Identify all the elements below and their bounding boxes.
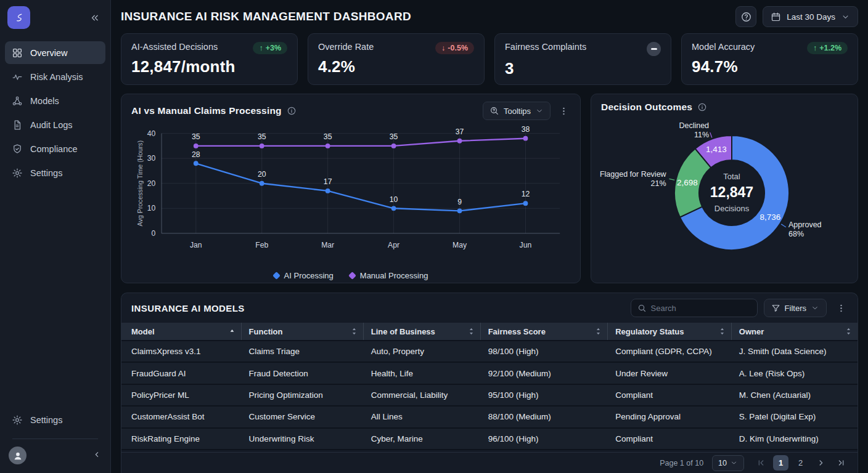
svg-text:8,736: 8,736 [760, 212, 781, 222]
trend-badge: ↑+1.2% [807, 42, 848, 54]
table-cell: Under Review [608, 363, 732, 383]
sidebar-footer [5, 447, 105, 466]
kpi-label: Model Accuracy [692, 42, 755, 52]
sidebar-item-settings[interactable]: Settings [5, 161, 105, 184]
network-icon [12, 95, 23, 107]
gear-icon [12, 168, 23, 179]
sort-icon [596, 327, 601, 336]
table-row[interactable]: PolicyPricer MLPricing OptimizationComme… [121, 385, 858, 406]
table-cell: Compliant [608, 429, 732, 449]
svg-text:Apr: Apr [388, 241, 399, 249]
help-button[interactable] [735, 6, 756, 27]
line-chart-title-wrap: AI vs Manual Claims Processing [131, 105, 297, 116]
column-header-function[interactable]: Function [242, 323, 364, 340]
donut-chart-title-wrap: Decision Outcomes [601, 102, 707, 113]
column-header-regulatory-status[interactable]: Regulatory Status [608, 323, 732, 340]
sort-icon [351, 327, 357, 336]
table-title: INSURANCE AI MODELS [131, 303, 245, 313]
table-row[interactable]: RiskRating EngineUnderwriting RiskCyber,… [121, 429, 858, 450]
table-header-row: ModelFunctionLine of BusinessFairness Sc… [121, 323, 858, 341]
arrow-up-icon: ↑ [259, 44, 263, 52]
svg-text:12,847: 12,847 [710, 184, 753, 200]
sidebar-item-label: Models [30, 96, 59, 106]
sidebar-item-overview[interactable]: Overview [5, 41, 105, 64]
sidebar: OverviewRisk AnalysisModelsAudit LogsCom… [0, 0, 111, 473]
first-page-button[interactable] [753, 455, 769, 471]
table-cell: Claims Triage [242, 341, 364, 362]
sidebar-collapse-button[interactable] [87, 10, 103, 26]
table-cell: D. Kim (Underwriting) [732, 429, 858, 449]
charts-row: AI vs Manual Claims Processing Tooltips … [121, 94, 858, 283]
column-label: Function [249, 327, 283, 336]
user-icon [12, 450, 24, 462]
table-cell: 96/100 (High) [481, 429, 608, 449]
sidebar-item-settings-bottom[interactable]: Settings [5, 408, 105, 431]
avatar[interactable] [9, 447, 27, 464]
kpi-card-model-accuracy: Model Accuracy↑+1.2%94.7% [681, 33, 858, 85]
sidebar-item-compliance[interactable]: Compliance [5, 137, 105, 160]
page-size-select[interactable]: 10 [712, 455, 744, 471]
app-logo[interactable] [7, 6, 30, 29]
line-chart-card: AI vs Manual Claims Processing Tooltips … [121, 94, 581, 283]
sidebar-footer-collapse-button[interactable] [92, 450, 102, 461]
kpi-value: 12,847/month [131, 57, 287, 76]
pagination-bar: Page 1 of 10 10 12 [121, 452, 858, 473]
pager: 12 [753, 455, 849, 471]
badge-text: +3% [266, 44, 281, 52]
filters-button[interactable]: Filters [764, 299, 827, 317]
column-header-model[interactable]: Model [121, 323, 242, 340]
table-menu-button[interactable] [833, 300, 849, 316]
page-button-1[interactable]: 1 [773, 455, 788, 471]
sort-asc-icon [229, 327, 235, 336]
column-header-fairness-score[interactable]: Fairness Score [481, 323, 608, 340]
legend-item-manual-processing[interactable]: Manual Processing [350, 271, 428, 280]
table-cell: Cyber, Marine [364, 429, 481, 449]
gear-icon [12, 414, 23, 426]
sidebar-divider [12, 439, 98, 439]
legend-item-ai-processing[interactable]: AI Processing [274, 271, 334, 280]
sidebar-item-label: Risk Analysis [30, 72, 83, 82]
tooltips-dropdown[interactable]: Tooltips [483, 102, 551, 120]
badge-text: +1.2% [819, 44, 841, 52]
column-header-owner[interactable]: Owner [732, 323, 858, 340]
sidebar-item-models[interactable]: Models [5, 89, 105, 112]
chevron-down-icon [841, 12, 850, 22]
date-range-button[interactable]: Last 30 Days [763, 6, 858, 27]
legend-label: AI Processing [284, 271, 334, 280]
svg-text:35: 35 [390, 132, 398, 141]
sort-icon [469, 327, 474, 336]
sidebar-item-risk-analysis[interactable]: Risk Analysis [5, 65, 105, 88]
sidebar-item-audit-logs[interactable]: Audit Logs [5, 113, 105, 136]
next-page-button[interactable] [813, 455, 829, 471]
kpi-card-override-rate: Override Rate↓-0.5%4.2% [308, 33, 485, 85]
shield-icon [12, 144, 23, 155]
svg-text:17: 17 [324, 177, 332, 186]
sidebar-spacer [5, 185, 105, 408]
minus-icon [651, 48, 657, 49]
svg-text:9: 9 [457, 198, 462, 206]
svg-text:Declined: Declined [679, 121, 709, 130]
pagination-pages: 12 [773, 455, 808, 471]
arrow-down-icon: ↓ [441, 44, 445, 52]
table-row[interactable]: ClaimsXpress v3.1Claims TriageAuto, Prop… [121, 341, 858, 363]
table-row[interactable]: FraudGuard AIFraud DetectionHealth, Life… [121, 363, 858, 384]
info-icon[interactable] [287, 106, 297, 116]
line-chart-menu-button[interactable] [555, 103, 571, 119]
svg-text:37: 37 [456, 127, 464, 136]
app-root: OverviewRisk AnalysisModelsAudit LogsCom… [0, 0, 868, 473]
sidebar-item-label: Settings [30, 415, 62, 425]
page-button-2[interactable]: 2 [793, 455, 808, 471]
search-input[interactable] [651, 304, 751, 313]
table-cell: ClaimsXpress v3.1 [121, 341, 242, 362]
svg-text:35: 35 [258, 132, 266, 141]
svg-text:30: 30 [147, 154, 156, 163]
column-label: Model [131, 327, 155, 336]
main-content: INSURANCE AI RISK MANAGEMENT DASHBOARD L… [111, 0, 868, 473]
info-icon[interactable] [697, 102, 707, 112]
last-page-button[interactable] [833, 455, 849, 471]
kpi-value: 3 [505, 59, 661, 78]
line-chart-controls: Tooltips [483, 102, 571, 120]
svg-text:Jan: Jan [190, 241, 202, 249]
column-header-line-of-business[interactable]: Line of Business [364, 323, 481, 340]
table-row[interactable]: CustomerAssist BotCustomer ServiceAll Li… [121, 406, 858, 428]
